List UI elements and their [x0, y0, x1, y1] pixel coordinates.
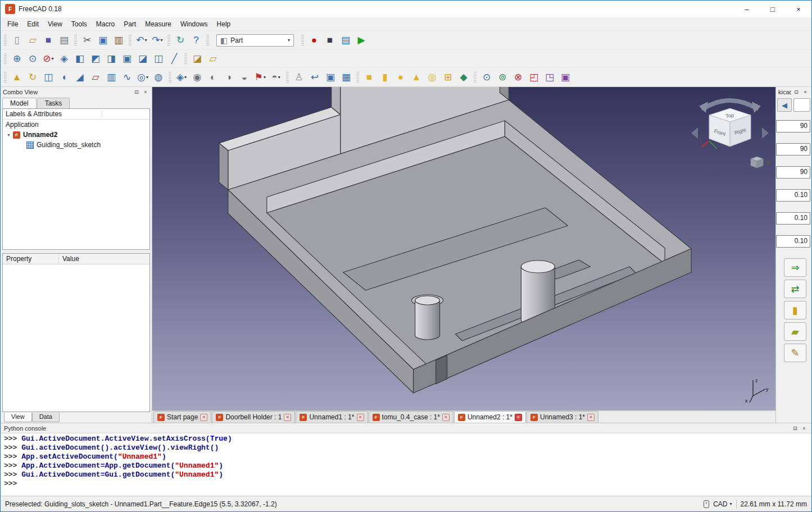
check-geometry-button[interactable]: ⊙: [479, 70, 494, 85]
rotate-arc-icon[interactable]: [704, 100, 756, 108]
tab-doorbell-holder[interactable]: F Doorbell Holder : 1 ×: [212, 411, 295, 423]
combo-tab-view[interactable]: View: [4, 413, 32, 422]
close-tab-icon[interactable]: ×: [587, 414, 595, 421]
toolbar-handle[interactable]: [4, 53, 7, 65]
menu-view[interactable]: View: [43, 19, 67, 30]
split-features-button[interactable]: ◓▾: [269, 70, 283, 85]
intersection-button[interactable]: ◒: [237, 70, 252, 85]
kicad-edit-button[interactable]: ✎: [784, 344, 806, 362]
kicad-load-button[interactable]: ⇒: [784, 258, 806, 277]
fit-selection-button[interactable]: ⊙: [25, 52, 40, 66]
kicad-field-6[interactable]: 0.10: [776, 235, 810, 248]
mini-cube-icon[interactable]: [751, 157, 763, 168]
close-panel-icon[interactable]: ×: [801, 88, 809, 95]
shape-builder-button[interactable]: ◆: [456, 70, 471, 85]
fit-all-button[interactable]: ⊕: [10, 52, 24, 66]
menu-help[interactable]: Help: [212, 19, 235, 30]
view-right-button[interactable]: ◨: [104, 52, 119, 66]
python-console-body[interactable]: >>> Gui.ActiveDocument.ActiveView.setAxi…: [1, 433, 811, 496]
cut-button[interactable]: ✂: [80, 33, 94, 48]
chamfer-button[interactable]: ◢: [72, 70, 87, 85]
tree-item-guiding-slots-sketch[interactable]: Guiding_slots_sketch: [3, 140, 149, 150]
expander-icon[interactable]: ▾: [6, 132, 12, 138]
remove-shape-button[interactable]: ⊗: [511, 70, 525, 85]
toolbar-handle[interactable]: [74, 35, 77, 46]
copy-button[interactable]: ▣: [96, 33, 110, 48]
toolbar-handle[interactable]: [286, 72, 289, 83]
kicad-sync-button[interactable]: ⇄: [784, 280, 806, 298]
tab-tomu-case[interactable]: F tomu_0.4_case : 1* ×: [369, 411, 453, 423]
draw-style-button[interactable]: ⊘▾: [41, 52, 56, 66]
toolbar-handle[interactable]: [167, 35, 170, 46]
whats-this-button[interactable]: ?: [189, 33, 203, 48]
minimize-button[interactable]: –: [734, 1, 760, 17]
view-front-button[interactable]: ◧: [72, 52, 87, 66]
paste-button[interactable]: ▥: [111, 33, 126, 48]
box-primitive-button[interactable]: ■: [362, 70, 376, 85]
menu-measure[interactable]: Measure: [140, 19, 176, 30]
property-header[interactable]: Property Value: [3, 254, 149, 264]
refresh-button[interactable]: ↻: [173, 33, 188, 48]
toolbar-handle[interactable]: [4, 72, 7, 83]
tab-tasks[interactable]: Tasks: [37, 98, 70, 108]
close-tab-icon[interactable]: ×: [284, 414, 291, 421]
undo-button[interactable]: ↶▾: [134, 33, 149, 48]
new-document-button[interactable]: ▯: [10, 33, 24, 48]
toolbar-handle[interactable]: [129, 35, 131, 46]
macro-play-button[interactable]: ▶: [354, 33, 369, 48]
toolbar-handle[interactable]: [184, 53, 187, 65]
import-pcb-button[interactable]: ◰: [527, 70, 541, 85]
sweep-button[interactable]: ∿: [120, 70, 134, 85]
ruled-surface-button[interactable]: ▱: [88, 70, 103, 85]
toolbar-handle[interactable]: [206, 35, 209, 46]
cylinder-primitive-button[interactable]: ▮: [378, 70, 392, 85]
measure-distance-button[interactable]: ╱: [167, 52, 182, 66]
menu-part[interactable]: Part: [119, 19, 140, 30]
close-panel-icon[interactable]: ×: [800, 424, 808, 432]
float-panel-icon[interactable]: ⊡: [133, 88, 140, 95]
save-button[interactable]: ■: [41, 33, 56, 48]
view-axonometric-button[interactable]: ◈: [57, 52, 71, 66]
tab-start-page[interactable]: F Start page ×: [153, 411, 211, 423]
pan-right-arrow-icon[interactable]: [762, 127, 769, 139]
kicad-field-3[interactable]: 90: [776, 166, 810, 179]
kicad-field-2[interactable]: 90: [776, 143, 810, 156]
rotate-left-arrow-icon[interactable]: [699, 102, 708, 113]
join-features-button[interactable]: ⚑▾: [253, 70, 267, 85]
kicad-field-5[interactable]: 0.10: [776, 212, 810, 225]
rotate-right-arrow-icon[interactable]: [752, 102, 761, 113]
close-tab-icon[interactable]: ×: [200, 414, 207, 421]
nav-cube-menu-caret-icon[interactable]: [765, 161, 771, 166]
sphere-primitive-button[interactable]: ●: [393, 70, 408, 85]
part-box-button[interactable]: ◪: [190, 52, 205, 66]
3d-viewport[interactable]: Top Front Right: [152, 87, 775, 410]
tree-item-application[interactable]: Application: [3, 120, 149, 130]
copy-shape-button[interactable]: ▣: [323, 70, 338, 85]
toolbar-handle[interactable]: [4, 35, 7, 46]
float-panel-icon[interactable]: ⊡: [791, 424, 799, 432]
tree-column-header[interactable]: Labels & Attributes: [3, 109, 149, 120]
inspect-geometry-button[interactable]: ⊚: [495, 70, 510, 85]
attachment-button[interactable]: ↩: [307, 70, 322, 85]
view-rear-button[interactable]: ▣: [120, 52, 134, 66]
menu-windows[interactable]: Windows: [176, 19, 212, 30]
tab-unnamed2[interactable]: F Unnamed2 : 1* ×: [454, 411, 526, 423]
maximize-button[interactable]: □: [760, 1, 786, 17]
toolbar-handle[interactable]: [301, 35, 304, 46]
menu-tools[interactable]: Tools: [67, 19, 92, 30]
tab-unnamed1[interactable]: F Unnamed1 : 1* ×: [296, 411, 368, 423]
macro-stop-button[interactable]: ■: [323, 33, 337, 48]
primitives-dialog-button[interactable]: ⊞: [441, 70, 455, 85]
nav-style-dropdown[interactable]: CAD ▾: [713, 500, 732, 508]
revolve-button[interactable]: ↻: [25, 70, 40, 85]
close-tab-icon[interactable]: ×: [442, 414, 450, 421]
menu-edit[interactable]: Edit: [22, 19, 43, 30]
thickness-button[interactable]: ◍: [151, 70, 166, 85]
back-arrow-button[interactable]: ◀: [777, 98, 792, 112]
kicad-blank-button[interactable]: [793, 98, 810, 112]
refine-shape-button[interactable]: ▦: [339, 70, 353, 85]
export-pcb-button[interactable]: ◳: [542, 70, 557, 85]
open-document-button[interactable]: ▱: [25, 33, 40, 48]
close-tab-icon[interactable]: ×: [357, 414, 364, 421]
loft-button[interactable]: ▥: [104, 70, 119, 85]
